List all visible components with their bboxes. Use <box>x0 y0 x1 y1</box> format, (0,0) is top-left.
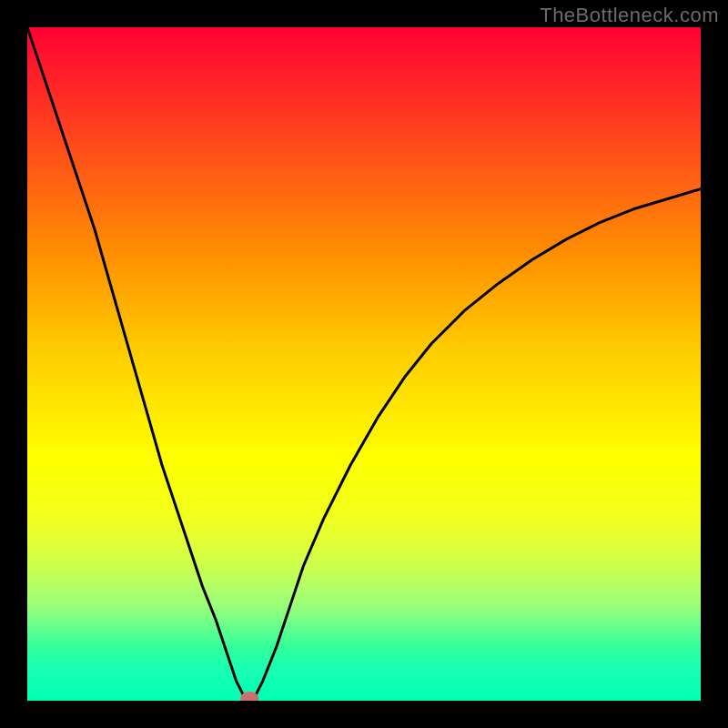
bottleneck-curve <box>27 27 701 701</box>
chart-svg <box>27 27 701 701</box>
plot-area <box>27 27 701 701</box>
chart-frame: TheBottleneck.com <box>0 0 728 728</box>
watermark-text: TheBottleneck.com <box>540 4 719 27</box>
